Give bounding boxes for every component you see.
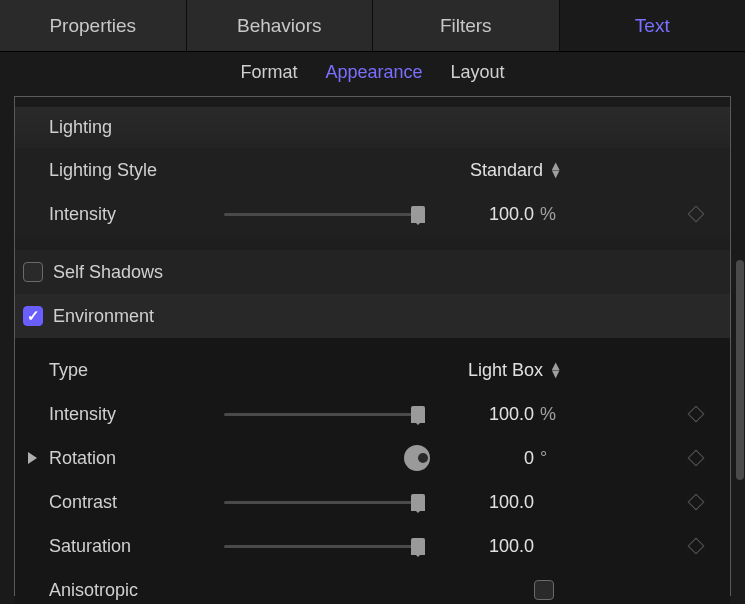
env-anisotropic-row: Anisotropic [15, 568, 730, 604]
env-saturation-label: Saturation [49, 536, 224, 557]
subtab-format[interactable]: Format [240, 62, 297, 83]
lighting-intensity-label: Intensity [49, 204, 224, 225]
keyframe-icon[interactable] [688, 206, 705, 223]
tab-text[interactable]: Text [560, 0, 746, 51]
env-saturation-slider[interactable] [224, 545, 419, 548]
lighting-intensity-value[interactable]: 100.0 [476, 204, 534, 225]
slider-thumb-icon[interactable] [411, 494, 425, 511]
tab-behaviors[interactable]: Behaviors [187, 0, 374, 51]
subtab-layout[interactable]: Layout [451, 62, 505, 83]
env-intensity-row: Intensity 100.0 % [15, 392, 730, 436]
stepper-icon[interactable]: ▲▼ [549, 362, 562, 378]
tab-properties[interactable]: Properties [0, 0, 187, 51]
env-type-value[interactable]: Light Box [468, 360, 543, 381]
env-rotation-value[interactable]: 0 [476, 448, 534, 469]
slider-thumb-icon[interactable] [411, 538, 425, 555]
subtab-appearance[interactable]: Appearance [325, 62, 422, 83]
scrollbar[interactable] [735, 100, 745, 560]
env-type-label: Type [49, 360, 224, 381]
main-tabs: Properties Behaviors Filters Text [0, 0, 745, 52]
self-shadows-row: Self Shadows [15, 250, 730, 294]
lighting-style-row: Lighting Style Standard ▲▼ [15, 148, 730, 192]
slider-thumb-icon[interactable] [411, 406, 425, 423]
env-rotation-label: Rotation [49, 448, 224, 469]
env-intensity-label: Intensity [49, 404, 224, 425]
env-contrast-label: Contrast [49, 492, 224, 513]
lighting-style-value[interactable]: Standard [470, 160, 543, 181]
degree-unit: ° [540, 448, 562, 469]
env-anisotropic-label: Anisotropic [49, 580, 224, 601]
env-intensity-value[interactable]: 100.0 [476, 404, 534, 425]
keyframe-icon[interactable] [688, 450, 705, 467]
tab-filters[interactable]: Filters [373, 0, 560, 51]
keyframe-icon[interactable] [688, 406, 705, 423]
rotation-dial[interactable] [404, 445, 430, 471]
lighting-style-label: Lighting Style [49, 160, 224, 181]
slider-thumb-icon[interactable] [411, 206, 425, 223]
self-shadows-label[interactable]: Self Shadows [53, 262, 163, 283]
keyframe-icon[interactable] [688, 494, 705, 511]
environment-row: Environment [15, 294, 730, 338]
env-intensity-slider[interactable] [224, 413, 419, 416]
env-rotation-row: Rotation 0 ° [15, 436, 730, 480]
environment-checkbox[interactable] [23, 306, 43, 326]
self-shadows-checkbox[interactable] [23, 262, 43, 282]
env-contrast-value[interactable]: 100.0 [476, 492, 534, 513]
percent-unit: % [540, 404, 562, 425]
env-type-row: Type Light Box ▲▼ [15, 348, 730, 392]
env-saturation-row: Saturation 100.0 [15, 524, 730, 568]
env-contrast-slider[interactable] [224, 501, 419, 504]
anisotropic-checkbox[interactable] [534, 580, 554, 600]
stepper-icon[interactable]: ▲▼ [549, 162, 562, 178]
keyframe-icon[interactable] [688, 538, 705, 555]
environment-label[interactable]: Environment [53, 306, 154, 327]
sub-tabs: Format Appearance Layout [0, 52, 745, 92]
lighting-intensity-slider[interactable] [224, 213, 419, 216]
lighting-intensity-row: Intensity 100.0 % [15, 192, 730, 236]
inspector-panel: Lighting Lighting Style Standard ▲▼ Inte… [14, 96, 731, 596]
env-saturation-value[interactable]: 100.0 [476, 536, 534, 557]
disclosure-triangle-icon[interactable] [28, 452, 37, 464]
scrollbar-thumb[interactable] [736, 260, 744, 480]
lighting-header[interactable]: Lighting [15, 107, 730, 148]
env-contrast-row: Contrast 100.0 [15, 480, 730, 524]
percent-unit: % [540, 204, 562, 225]
